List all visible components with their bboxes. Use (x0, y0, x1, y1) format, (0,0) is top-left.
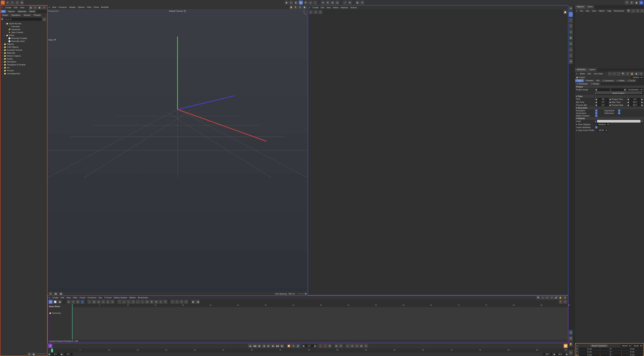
tool-icon[interactable]: ◉ (284, 0, 288, 4)
tool-icon[interactable]: ✕ (145, 300, 149, 304)
tab-presets[interactable]: Presets (32, 13, 42, 16)
vp-menu-display[interactable]: Display (69, 6, 76, 8)
tree-item[interactable]: 🔑Keywords (1, 28, 47, 31)
play-back-icon[interactable]: ◀ (262, 344, 266, 348)
tab-all[interactable]: All (1, 10, 6, 13)
undo-icon[interactable]: ⟲ (1, 0, 5, 4)
render-settings-icon[interactable]: ⚙ (630, 0, 634, 4)
more-icon[interactable]: ⬇ (563, 296, 567, 300)
next-key-icon[interactable]: ▶▶ (276, 344, 280, 348)
tab-objects[interactable]: Objects (575, 5, 586, 9)
tool-icon[interactable]: ⚐ (563, 300, 567, 304)
key-icon[interactable]: ✕ (364, 344, 368, 348)
view-mode-icon[interactable]: ☰ (48, 292, 52, 296)
tool-icon[interactable]: ⬌ (154, 300, 158, 304)
menu-bookmarks[interactable]: Bookmarks (614, 10, 624, 12)
tool-icon[interactable]: ⚙ (304, 0, 308, 4)
popout-icon[interactable]: ↗ (639, 72, 643, 76)
coord-field[interactable]: 0 cm (622, 351, 643, 353)
menu-view[interactable]: View (20, 6, 24, 9)
tool-icon[interactable]: ⊥ (159, 300, 163, 304)
zoom-icon[interactable]: ⬍ (294, 5, 298, 9)
tab-operators[interactable]: Operators (10, 13, 22, 16)
popout-icon[interactable]: ↗ (42, 5, 46, 9)
project-time-field[interactable]: 0 F (630, 98, 641, 100)
new-icon[interactable]: ◉ (634, 72, 638, 76)
tree-item[interactable]: -📁Quick Access (1, 22, 47, 25)
layout-icon[interactable]: ◉ (639, 0, 643, 4)
tool-icon[interactable]: └ (180, 300, 184, 304)
tree-item[interactable]: +📁Templates & Presets (1, 63, 47, 66)
animation-checkbox[interactable]: ✓ (595, 110, 598, 112)
material-canvas[interactable] (308, 15, 568, 295)
tab-dynamics[interactable]: ⬡ Dynamics (601, 79, 615, 82)
snap-settings-icon[interactable]: ⚙ (326, 0, 330, 4)
tab-nodes[interactable]: ⬡ Nodes (590, 82, 600, 85)
render-icon[interactable]: 🎬 (625, 0, 629, 4)
unit-dropdown[interactable]: Centimeters (627, 88, 643, 91)
expand-icon[interactable]: ⤢ (318, 10, 322, 14)
poly-mode-icon[interactable]: ⚙ (569, 41, 573, 46)
mode-dropdown[interactable]: Scale (632, 344, 642, 347)
menu-edit[interactable]: Edit (14, 6, 17, 9)
maximize-icon[interactable]: ▣ (302, 5, 306, 9)
light-icon[interactable]: 💡 (569, 342, 573, 347)
texture-mode-icon[interactable]: T (569, 23, 573, 29)
search-icon[interactable]: 🔍 (627, 9, 631, 13)
coord-field[interactable]: 0 cm (622, 348, 643, 350)
edge-mode-icon[interactable]: ⬣ (569, 35, 573, 40)
curve-icon[interactable]: ⟍ (140, 300, 144, 304)
tab-media[interactable]: Media (28, 10, 36, 13)
menu-create[interactable]: Create (312, 6, 318, 9)
add-icon[interactable]: + (309, 10, 313, 14)
orbit-icon[interactable]: ⟳ (298, 5, 302, 9)
tree-item[interactable]: +📁Other (1, 34, 47, 37)
next-frame-icon[interactable]: |▶ (271, 344, 275, 348)
vp-menu-cameras[interactable]: Cameras (58, 6, 67, 8)
tool-icon[interactable]: ▫ (313, 0, 317, 4)
frame-next-icon[interactable]: ▶ (314, 345, 316, 347)
tree-item[interactable]: ♡Favorites (1, 25, 47, 28)
coord-system-icon[interactable]: ⊞ (20, 0, 24, 4)
tool-icon[interactable]: ⌐ (175, 300, 179, 304)
curve-icon[interactable]: ⟋ (136, 300, 140, 304)
coord-field[interactable]: 0 ° (600, 348, 621, 350)
viewport-canvas[interactable]: Perspective Default Camera 📷 y z x Move (48, 9, 308, 292)
tool-icon[interactable]: ↔ (88, 300, 92, 304)
tool-icon[interactable]: T (164, 300, 168, 304)
tool-icon[interactable]: ▱ (101, 300, 105, 304)
dopesheet-icon[interactable]: ▤ (48, 300, 52, 304)
filter-icon[interactable]: ▽ (636, 9, 640, 13)
menu-item[interactable]: Key (98, 297, 102, 299)
deformers-checkbox[interactable]: ✓ (618, 112, 620, 114)
coord-field[interactable]: 0 cm (579, 351, 600, 353)
vp-menu-redshift[interactable]: Redshift (101, 6, 108, 8)
list-view-icon[interactable]: ▤ (29, 5, 33, 9)
frame-prev-icon[interactable]: ◀ (303, 345, 304, 347)
vp-menu-panel[interactable]: Panel (94, 6, 99, 8)
space-dropdown[interactable]: World (621, 344, 631, 347)
preview-min-field[interactable]: 0 F (598, 104, 609, 106)
tree-item[interactable]: +📁tex (1, 66, 47, 69)
menu-tags[interactable]: Tags (607, 10, 612, 12)
record-icon[interactable]: ○ (343, 0, 347, 4)
coord-field[interactable]: 0 cm (579, 348, 600, 350)
tree-item[interactable]: +📁Example Scenes (1, 48, 47, 51)
clipboard-icon[interactable]: 📋 (563, 10, 567, 14)
back-icon[interactable]: ← (608, 72, 612, 76)
menu-select[interactable]: Select (333, 6, 339, 9)
menu-object[interactable]: Object (599, 10, 604, 12)
tool-icon[interactable]: A (360, 0, 364, 4)
snap-icon[interactable]: ⬇ (321, 0, 325, 4)
link-icon[interactable]: 🔗 (554, 296, 558, 300)
list-mode-icon[interactable]: ☰ (27, 352, 31, 356)
popout-icon[interactable]: ↗ (550, 296, 554, 300)
view-clipping-dropdown[interactable]: Medium (597, 123, 610, 126)
tool-icon[interactable]: ⬡ (289, 0, 293, 4)
viewport-solo-icon[interactable]: ⊞ (569, 59, 573, 64)
key-icon[interactable]: ⊞ (359, 344, 364, 348)
autokey-icon[interactable]: A (292, 344, 296, 348)
preview-start-field[interactable]: 0 F (64, 353, 73, 356)
generators-checkbox[interactable]: ✓ (595, 112, 598, 114)
tree-item[interactable]: ⚡New Content (1, 31, 47, 34)
